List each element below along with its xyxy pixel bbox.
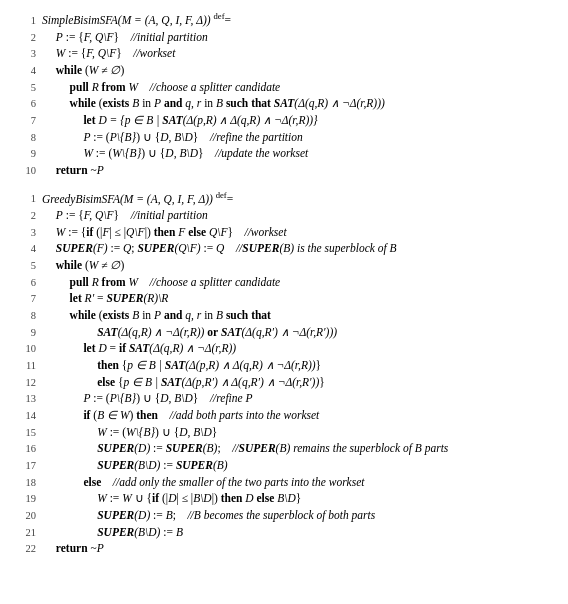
- line-text: then {p ∈ B | SAT(Δ(p,R) ∧ Δ(q,R) ∧ ¬Δ(r…: [42, 357, 554, 374]
- line-number: 11: [14, 358, 36, 373]
- line-number: 2: [14, 30, 36, 45]
- line-number: 12: [14, 375, 36, 390]
- line-text: pull R from W //choose a splitter candid…: [42, 79, 554, 96]
- algorithm-line: 9SAT(Δ(q,R) ∧ ¬Δ(r,R)) or SAT(Δ(q,R′) ∧ …: [14, 324, 554, 341]
- line-number: 17: [14, 458, 36, 473]
- algorithm-line: 12else {p ∈ B | SAT(Δ(p,R′) ∧ Δ(q,R′) ∧ …: [14, 374, 554, 391]
- line-number: 15: [14, 425, 36, 440]
- line-text: SUPER(F) := Q; SUPER(Q\F) := Q //SUPER(B…: [42, 240, 554, 257]
- line-text: SUPER(B\D) := B: [42, 524, 554, 541]
- algorithm-line: 3W := {F, Q\F} //workset: [14, 45, 554, 62]
- line-text: return ~P: [42, 162, 554, 179]
- algorithm-line: 4while (W ≠ ∅): [14, 62, 554, 79]
- line-number: 1: [14, 191, 36, 206]
- line-number: 3: [14, 46, 36, 61]
- algorithm-line: 20SUPER(D) := B; //B becomes the superbl…: [14, 507, 554, 524]
- line-number: 9: [14, 146, 36, 161]
- line-text: else //add only the smaller of the two p…: [42, 474, 554, 491]
- line-number: 10: [14, 341, 36, 356]
- line-text: SUPER(D) := SUPER(B); //SUPER(B) remains…: [42, 440, 554, 457]
- algorithm-line: 1SimpleBisimSFA(M = (A, Q, I, F, Δ)) def…: [14, 10, 554, 29]
- line-text: P := {F, Q\F} //initial partition: [42, 29, 554, 46]
- algorithm-line: 8P := (P\{B}) ∪ {D, B\D} //refine the pa…: [14, 129, 554, 146]
- greedy-bisim-algorithm: 1GreedyBisimSFA(M = (A, Q, I, F, Δ)) def…: [14, 189, 554, 558]
- line-number: 21: [14, 525, 36, 540]
- line-number: 5: [14, 258, 36, 273]
- line-text: return ~P: [42, 540, 554, 557]
- algorithm-line: 2P := {F, Q\F} //initial partition: [14, 29, 554, 46]
- page-content: 1SimpleBisimSFA(M = (A, Q, I, F, Δ)) def…: [14, 10, 554, 557]
- algorithm-line: 6pull R from W //choose a splitter candi…: [14, 274, 554, 291]
- line-number: 6: [14, 96, 36, 111]
- line-number: 7: [14, 113, 36, 128]
- line-number: 16: [14, 441, 36, 456]
- line-number: 10: [14, 163, 36, 178]
- line-number: 2: [14, 208, 36, 223]
- line-text: W := (W\{B}) ∪ {D, B\D}: [42, 424, 554, 441]
- algorithm-line: 1GreedyBisimSFA(M = (A, Q, I, F, Δ)) def…: [14, 189, 554, 208]
- algorithm-line: 19W := W ∪ {if (|D| ≤ |B\D|) then D else…: [14, 490, 554, 507]
- line-number: 22: [14, 541, 36, 556]
- line-text: while (W ≠ ∅): [42, 257, 554, 274]
- line-number: 8: [14, 130, 36, 145]
- line-number: 4: [14, 63, 36, 78]
- algorithm-line: 18else //add only the smaller of the two…: [14, 474, 554, 491]
- line-text: GreedyBisimSFA(M = (A, Q, I, F, Δ)) def=: [42, 189, 554, 208]
- line-number: 4: [14, 241, 36, 256]
- line-number: 7: [14, 291, 36, 306]
- line-number: 19: [14, 491, 36, 506]
- algorithm-line: 15W := (W\{B}) ∪ {D, B\D}: [14, 424, 554, 441]
- line-text: let D = if SAT(Δ(q,R) ∧ ¬Δ(r,R)): [42, 340, 554, 357]
- algorithm-line: 10return ~P: [14, 162, 554, 179]
- algorithm-line: 21SUPER(B\D) := B: [14, 524, 554, 541]
- line-number: 18: [14, 475, 36, 490]
- algorithm-line: 6while (exists B in P and q, r in B such…: [14, 95, 554, 112]
- algorithm-line: 4SUPER(F) := Q; SUPER(Q\F) := Q //SUPER(…: [14, 240, 554, 257]
- line-number: 9: [14, 325, 36, 340]
- line-text: if (B ∈ W) then //add both parts into th…: [42, 407, 554, 424]
- line-text: SAT(Δ(q,R) ∧ ¬Δ(r,R)) or SAT(Δ(q,R′) ∧ ¬…: [42, 324, 554, 341]
- algorithm-line: 13P := (P\{B}) ∪ {D, B\D} //refine P: [14, 390, 554, 407]
- algorithm-line: 14if (B ∈ W) then //add both parts into …: [14, 407, 554, 424]
- algorithm-line: 2P := {F, Q\F} //initial partition: [14, 207, 554, 224]
- line-text: let D = {p ∈ B | SAT(Δ(p,R) ∧ Δ(q,R) ∧ ¬…: [42, 112, 554, 129]
- algorithm-line: 9W := (W\{B}) ∪ {D, B\D} //update the wo…: [14, 145, 554, 162]
- algorithm-line: 22return ~P: [14, 540, 554, 557]
- simple-bisim-algorithm: 1SimpleBisimSFA(M = (A, Q, I, F, Δ)) def…: [14, 10, 554, 179]
- line-number: 1: [14, 13, 36, 28]
- algorithm-line: 10let D = if SAT(Δ(q,R) ∧ ¬Δ(r,R)): [14, 340, 554, 357]
- algorithm-line: 7let D = {p ∈ B | SAT(Δ(p,R) ∧ Δ(q,R) ∧ …: [14, 112, 554, 129]
- line-text: W := {if (|F| ≤ |Q\F|) then F else Q\F} …: [42, 224, 554, 241]
- line-text: SUPER(D) := B; //B becomes the superbloc…: [42, 507, 554, 524]
- line-text: P := (P\{B}) ∪ {D, B\D} //refine the par…: [42, 129, 554, 146]
- line-text: while (W ≠ ∅): [42, 62, 554, 79]
- line-text: W := W ∪ {if (|D| ≤ |B\D|) then D else B…: [42, 490, 554, 507]
- line-text: SUPER(B\D) := SUPER(B): [42, 457, 554, 474]
- line-text: else {p ∈ B | SAT(Δ(p,R′) ∧ Δ(q,R′) ∧ ¬Δ…: [42, 374, 554, 391]
- line-text: let R′ = SUPER(R)\R: [42, 290, 554, 307]
- line-text: P := {F, Q\F} //initial partition: [42, 207, 554, 224]
- line-text: P := (P\{B}) ∪ {D, B\D} //refine P: [42, 390, 554, 407]
- line-text: SimpleBisimSFA(M = (A, Q, I, F, Δ)) def=: [42, 10, 554, 29]
- line-number: 20: [14, 508, 36, 523]
- line-number: 13: [14, 391, 36, 406]
- algorithm-line: 17SUPER(B\D) := SUPER(B): [14, 457, 554, 474]
- line-number: 6: [14, 275, 36, 290]
- algorithm-line: 5while (W ≠ ∅): [14, 257, 554, 274]
- line-number: 3: [14, 225, 36, 240]
- line-number: 14: [14, 408, 36, 423]
- algorithm-line: 7let R′ = SUPER(R)\R: [14, 290, 554, 307]
- line-number: 5: [14, 80, 36, 95]
- line-number: 8: [14, 308, 36, 323]
- line-text: while (exists B in P and q, r in B such …: [42, 307, 554, 324]
- algorithm-line: 3W := {if (|F| ≤ |Q\F|) then F else Q\F}…: [14, 224, 554, 241]
- algorithm-line: 16SUPER(D) := SUPER(B); //SUPER(B) remai…: [14, 440, 554, 457]
- line-text: while (exists B in P and q, r in B such …: [42, 95, 554, 112]
- algorithm-line: 11then {p ∈ B | SAT(Δ(p,R) ∧ Δ(q,R) ∧ ¬Δ…: [14, 357, 554, 374]
- algorithm-line: 5pull R from W //choose a splitter candi…: [14, 79, 554, 96]
- line-text: pull R from W //choose a splitter candid…: [42, 274, 554, 291]
- line-text: W := {F, Q\F} //workset: [42, 45, 554, 62]
- line-text: W := (W\{B}) ∪ {D, B\D} //update the wor…: [42, 145, 554, 162]
- algorithm-line: 8while (exists B in P and q, r in B such…: [14, 307, 554, 324]
